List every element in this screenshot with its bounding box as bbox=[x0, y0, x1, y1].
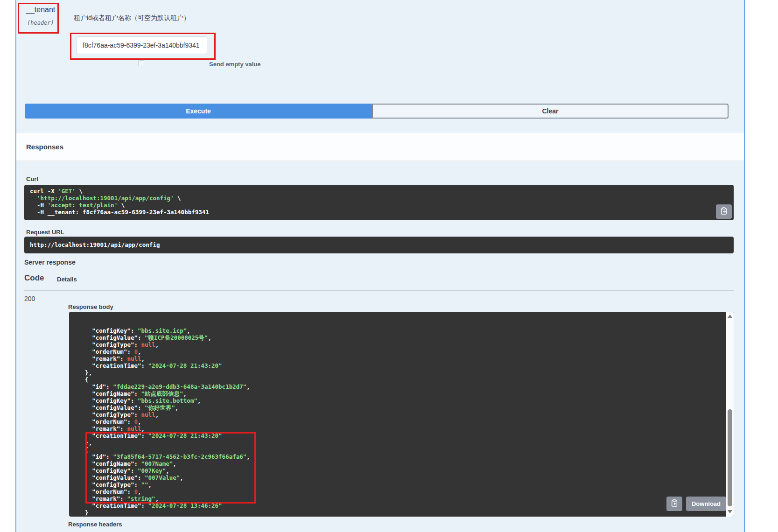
status-code: 200 bbox=[24, 295, 35, 302]
copy-curl-button[interactable] bbox=[716, 204, 732, 219]
response-body-code: "configKey": "bbs.site.icp", "configValu… bbox=[69, 312, 734, 517]
swagger-page: __tenant (header) 租户id或者租户名称（可空为默认租户） Se… bbox=[0, 0, 778, 532]
response-body-scrollbar[interactable] bbox=[726, 312, 734, 517]
response-body-label: Response body bbox=[68, 303, 113, 310]
parameter-name: __tenant bbox=[26, 6, 55, 14]
parameter-description: 租户id或者租户名称（可空为默认租户） bbox=[74, 14, 190, 22]
execute-button[interactable]: Execute bbox=[25, 104, 372, 119]
responses-section-header bbox=[16, 133, 744, 161]
server-response-label: Server response bbox=[24, 259, 76, 266]
scroll-up-arrow-icon[interactable] bbox=[728, 315, 732, 318]
send-empty-checkbox[interactable] bbox=[138, 60, 144, 66]
responses-title: Responses bbox=[26, 143, 63, 151]
response-headers-label: Response headers bbox=[68, 521, 122, 528]
request-url-code: http://localhost:19001/api/app/config bbox=[24, 237, 734, 253]
curl-command-code: curl -X 'GET' \ 'http://localhost:19001/… bbox=[24, 185, 734, 220]
clear-button[interactable]: Clear bbox=[372, 104, 729, 119]
clipboard-copy-icon bbox=[671, 499, 678, 508]
clipboard-copy-icon bbox=[720, 207, 728, 216]
parameter-location: (header) bbox=[27, 20, 54, 26]
scroll-down-arrow-icon[interactable] bbox=[728, 510, 732, 513]
curl-label: Curl bbox=[26, 175, 38, 182]
tenant-value-input[interactable] bbox=[77, 36, 207, 54]
scrollbar-track[interactable] bbox=[726, 312, 734, 517]
send-empty-value-label: Send empty value bbox=[209, 61, 261, 68]
request-url-label: Request URL bbox=[26, 229, 64, 236]
scrollbar-thumb[interactable] bbox=[728, 409, 732, 506]
copy-response-button[interactable] bbox=[666, 497, 682, 511]
details-column-header: Details bbox=[57, 276, 77, 283]
table-header-divider bbox=[24, 290, 734, 291]
download-button[interactable]: Download bbox=[686, 497, 726, 511]
code-column-header: Code bbox=[24, 273, 44, 283]
